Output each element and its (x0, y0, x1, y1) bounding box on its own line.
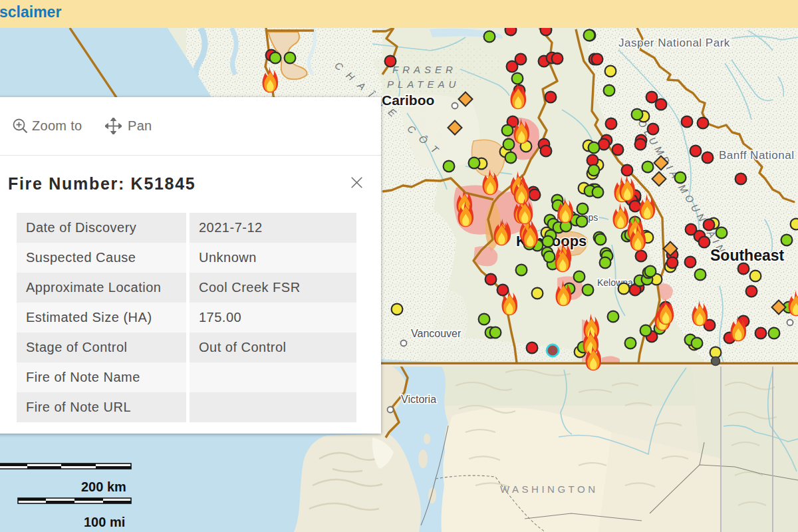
svg-text:PLATEAU: PLATEAU (387, 78, 460, 90)
svg-text:Vancouver: Vancouver (411, 328, 462, 339)
svg-text:FRASER: FRASER (392, 64, 457, 75)
svg-text:Cariboo: Cariboo (382, 92, 434, 108)
svg-text:Victoria: Victoria (401, 394, 436, 405)
svg-text:Banff National P: Banff National P (719, 149, 798, 162)
svg-text:Southeast: Southeast (710, 247, 785, 264)
svg-text:WASHINGTON: WASHINGTON (500, 483, 598, 495)
svg-text:Jasper National Park: Jasper National Park (618, 37, 730, 49)
